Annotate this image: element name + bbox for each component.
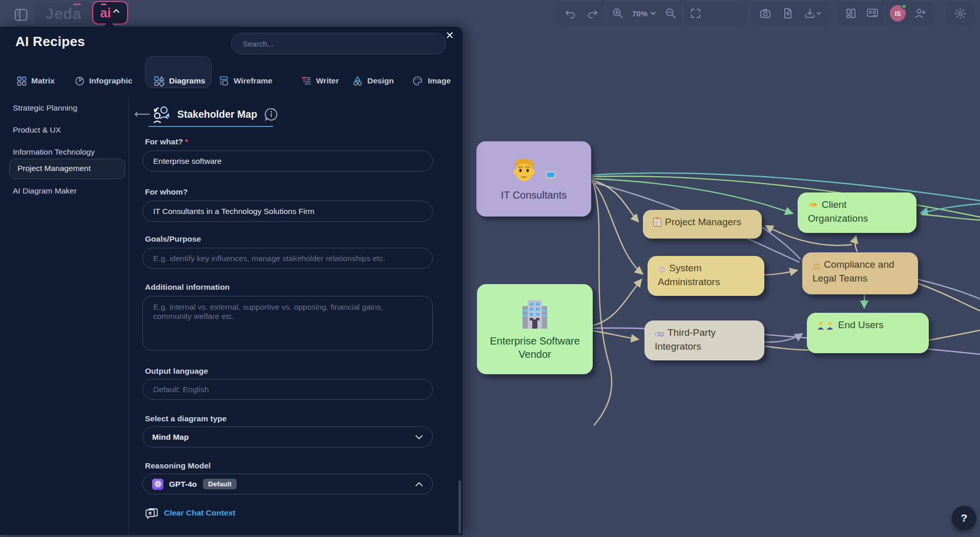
- recipe-title-underline: [149, 126, 273, 127]
- default-badge: Default: [203, 479, 237, 489]
- recipe-title: Stakeholder Map: [177, 109, 257, 120]
- reasoning-model-select[interactable]: GPT-4o Default: [142, 474, 433, 495]
- upload-file-button[interactable]: [777, 2, 799, 25]
- gpt-model-icon: [152, 479, 163, 490]
- category-strategic-planning[interactable]: Strategic Planning: [13, 103, 124, 113]
- wireframe-icon: [219, 76, 229, 86]
- output-language-label: Output language: [145, 367, 208, 376]
- clear-chat-label: Clear Chat Context: [164, 508, 236, 518]
- panel-scrollbar[interactable]: [458, 480, 461, 533]
- tab-label: Infographic: [89, 76, 132, 85]
- node-label: Enterprise Software Vendor: [484, 335, 586, 361]
- diagram-type-select[interactable]: Mind Map: [142, 426, 433, 447]
- diagram-type-label: Select a diagram type: [145, 414, 226, 423]
- category-information-technology[interactable]: Information Technology: [13, 147, 124, 157]
- ai-suffix: i: [107, 6, 111, 20]
- tab-wireframe[interactable]: Wireframe: [219, 74, 273, 88]
- image-palette-icon: [412, 76, 423, 86]
- sidebar-toggle-icon[interactable]: [9, 4, 33, 26]
- export-toolbar: [751, 2, 831, 25]
- panel-divider: [129, 98, 129, 535]
- handshake-icon: [808, 200, 818, 212]
- for-whom-input[interactable]: [142, 201, 433, 222]
- clear-chat-icon: [145, 507, 158, 519]
- jeda-logo: Jeda: [35, 3, 92, 25]
- screenshot-camera-button[interactable]: [754, 2, 777, 25]
- chevron-down-icon: [816, 11, 822, 15]
- business-people-icon: [817, 320, 835, 333]
- clipboard-icon: [653, 217, 661, 230]
- office-building-icon: [518, 297, 551, 331]
- presentation-button[interactable]: [862, 2, 883, 25]
- node-project-managers[interactable]: Project Managers: [643, 210, 762, 239]
- node-end-users[interactable]: End Users: [807, 313, 929, 353]
- tab-infographic[interactable]: Infographic: [75, 74, 132, 88]
- node-enterprise-software-vendor[interactable]: Enterprise Software Vendor: [477, 284, 593, 374]
- category-product-ux[interactable]: Product & UX: [13, 125, 124, 135]
- node-label: Project Managers: [665, 217, 741, 227]
- search-box: [231, 33, 446, 54]
- avatar[interactable]: IS: [890, 5, 906, 22]
- man-face-icon: [510, 156, 538, 185]
- output-language-input[interactable]: [142, 379, 433, 400]
- node-client-organizations[interactable]: Client Organizations: [798, 192, 916, 233]
- infographic-icon: [75, 76, 85, 86]
- chevron-up-icon: [415, 482, 423, 487]
- design-icon: [352, 76, 363, 86]
- layout-templates-button[interactable]: [840, 2, 862, 25]
- zoom-level-dropdown[interactable]: 70%: [629, 9, 659, 18]
- invite-user-button[interactable]: [910, 2, 931, 25]
- category-ai-diagram-maker[interactable]: AI Diagram Maker: [13, 186, 124, 196]
- link-icon: [655, 328, 664, 340]
- diagrams-icon: [154, 76, 164, 87]
- additional-info-textarea[interactable]: [142, 296, 433, 351]
- tab-writer[interactable]: Writer: [301, 74, 339, 88]
- history-zoom-toolbar: 70%: [556, 2, 746, 25]
- node-label: IT Consultants: [501, 189, 567, 202]
- chevron-down-icon: [650, 11, 656, 15]
- goals-input[interactable]: [142, 248, 433, 269]
- node-it-consultants[interactable]: IT Consultants: [476, 141, 591, 217]
- tab-label: Image: [428, 76, 451, 85]
- help-label: ?: [961, 512, 968, 524]
- additional-info-label: Additional information: [145, 283, 230, 292]
- node-label: System Administrators: [658, 263, 720, 287]
- tab-matrix[interactable]: Matrix: [17, 74, 55, 88]
- toolbar-divider: [884, 3, 885, 24]
- fit-screen-button[interactable]: [684, 2, 707, 25]
- matrix-icon: [17, 76, 27, 86]
- undo-button[interactable]: [559, 2, 581, 25]
- download-button[interactable]: [799, 2, 826, 25]
- clear-chat-context-button[interactable]: Clear Chat Context: [145, 507, 236, 519]
- tab-image[interactable]: Image: [412, 74, 451, 88]
- tab-diagrams[interactable]: Diagrams: [154, 74, 205, 88]
- settings-gear-button[interactable]: [949, 2, 971, 25]
- info-icon[interactable]: [264, 108, 278, 121]
- online-status-dot: [901, 4, 907, 9]
- scales-icon: ⚖: [812, 261, 820, 272]
- close-panel-button[interactable]: ✕: [442, 28, 457, 43]
- zoom-out-button[interactable]: [659, 2, 682, 25]
- logo-text: Jed: [46, 6, 73, 22]
- search-input[interactable]: [232, 33, 446, 54]
- node-system-administrators[interactable]: ⚙System Administrators: [648, 256, 764, 296]
- node-third-party-integrators[interactable]: Third-Party Integrators: [644, 320, 764, 360]
- category-project-management[interactable]: Project Management: [17, 164, 129, 173]
- panel-title: AI Recipes: [15, 34, 85, 50]
- redo-button[interactable]: [581, 2, 604, 25]
- tab-label: Matrix: [31, 76, 55, 85]
- node-compliance-legal[interactable]: ⚖Compliance and Legal Teams: [802, 252, 918, 294]
- reasoning-model-value: GPT-4o: [169, 480, 197, 489]
- stakeholder-map-icon: [152, 105, 171, 123]
- help-button[interactable]: ?: [952, 506, 976, 530]
- gear-icon: ⚙: [658, 265, 665, 276]
- zoom-level-value: 70%: [632, 9, 648, 18]
- laptop-icon: [544, 170, 558, 183]
- zoom-in-button[interactable]: [607, 2, 629, 25]
- node-label: Compliance and Legal Teams: [812, 259, 894, 284]
- for-what-input[interactable]: [142, 151, 433, 171]
- tab-label: Design: [367, 76, 394, 85]
- tab-design[interactable]: Design: [352, 74, 394, 88]
- goals-label: Goals/Purpose: [145, 234, 201, 244]
- back-arrow-button[interactable]: ⟵: [134, 108, 152, 121]
